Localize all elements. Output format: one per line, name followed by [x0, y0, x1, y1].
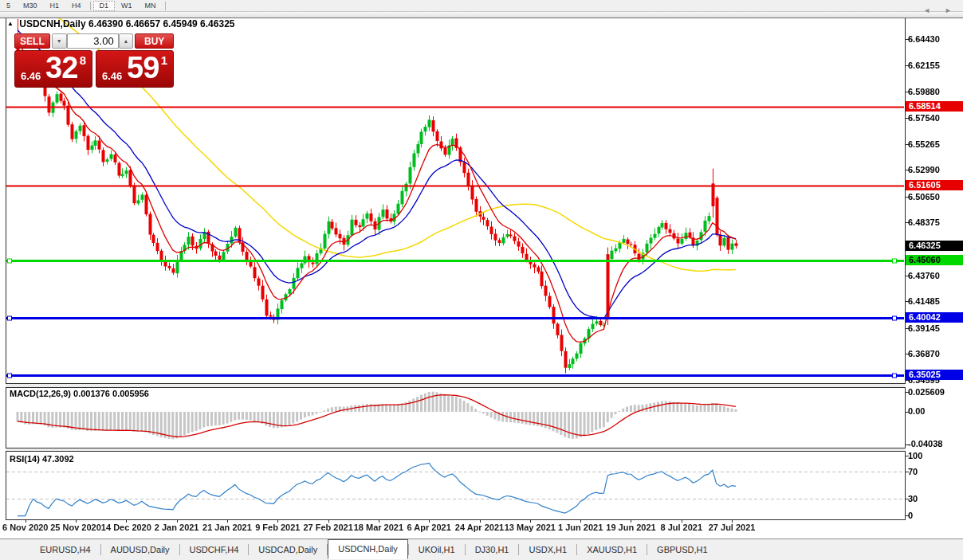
timeframe-toolbar: 5M30H1H4D1W1MN	[0, 0, 963, 12]
chart-tab-xauusd-h1[interactable]: XAUUSD,H1	[577, 542, 647, 558]
chart-tab-usdcnh-daily[interactable]: USDCNH,Daily	[328, 539, 408, 559]
buy-price-big: 59	[127, 51, 159, 85]
price-tick-label: 6.43760	[908, 271, 940, 280]
toolbar-separator	[90, 2, 91, 10]
date-tick-label: 27 Jul 2021	[698, 523, 765, 532]
chart-tab-bar: EURUSD,H4AUDUSD,DailyUSDCHF,H4USDCAD,Dai…	[0, 538, 963, 560]
tab-scroll-right-icon[interactable]: ►	[945, 6, 952, 14]
rsi-tick-label: 70	[908, 467, 918, 476]
price-tick-label: 6.41485	[908, 296, 940, 306]
volume-input[interactable]	[67, 33, 119, 49]
sell-price-prefix: 6.46	[21, 70, 41, 82]
tab-scroll-controls: ◄ ►	[923, 6, 952, 14]
collapse-panel-icon[interactable]: ▲	[7, 20, 14, 27]
tab-scroll-left-icon[interactable]: ◄	[923, 6, 930, 14]
rsi-tick-label: 30	[908, 494, 918, 503]
one-click-trade-panel: SELL ▼ ▲ BUY 6.46 32 8 6.46 59 1	[14, 33, 174, 88]
chart-tab-usdcad-daily[interactable]: USDCAD,Daily	[249, 542, 327, 558]
price-tick-label: 6.64430	[908, 34, 940, 44]
macd-tick-label: 0.025609	[908, 387, 945, 397]
chart-tab-usdchf-h4[interactable]: USDCHF,H4	[180, 542, 249, 558]
timeframe-button-d1[interactable]: D1	[93, 1, 116, 11]
buy-price-button[interactable]: 6.46 59 1	[96, 50, 174, 88]
macd-tick-label: 0.00	[908, 406, 925, 416]
price-tick-label: 6.62155	[908, 61, 940, 70]
price-tick-label: 6.52990	[908, 165, 940, 174]
chart-tab-ukoil-h1[interactable]: UKOil,H1	[409, 542, 465, 558]
buy-button[interactable]: BUY	[135, 33, 174, 49]
chart-tab-dj30-h1[interactable]: DJ30,H1	[466, 542, 519, 558]
buy-price-prefix: 6.46	[102, 70, 122, 82]
price-tick-label: 6.48375	[908, 217, 940, 227]
price-tick-label: 6.50650	[908, 192, 940, 202]
macd-indicator-label: MACD(12,26,9) 0.001376 0.005956	[10, 389, 149, 398]
price-tick-label: 6.39145	[908, 323, 940, 333]
price-tick-label: 6.59880	[908, 87, 940, 96]
level-badge: 6.40042	[906, 312, 963, 323]
mt4-window: 5M30H1H4D1W1MN ▲ USDCNH,Daily 6.46390 6.…	[0, 0, 963, 560]
chart-header: ▲ USDCNH,Daily 6.46390 6.46657 6.45949 6…	[7, 18, 234, 29]
toolbar-separator	[165, 2, 166, 10]
timeframe-button-mn[interactable]: MN	[139, 1, 163, 11]
price-tick-label: 6.55265	[908, 139, 940, 149]
window-top-edge	[0, 11, 963, 18]
macd-tick-label: -0.04038	[908, 439, 942, 448]
timeframe-button-h1[interactable]: H1	[44, 1, 66, 11]
level-badge: 6.58514	[906, 101, 963, 112]
sell-button[interactable]: SELL	[14, 33, 50, 49]
rsi-tick-label: 0	[908, 511, 913, 520]
chart-ohlc-values: 6.46390 6.46657 6.45949 6.46325	[88, 18, 235, 29]
current-price-badge: 6.46325	[906, 241, 963, 251]
price-tick-label: 6.57540	[908, 113, 940, 123]
rsi-tick-label: 100	[908, 451, 922, 460]
price-tick-label: 6.36870	[908, 349, 940, 358]
timeframe-button-h4[interactable]: H4	[65, 1, 88, 11]
volume-up-icon[interactable]: ▲	[119, 33, 134, 49]
timeframe-button-5[interactable]: 5	[0, 1, 17, 11]
sell-price-big: 32	[45, 51, 77, 85]
sell-price-button[interactable]: 6.46 32 8	[14, 50, 92, 88]
level-badge: 6.35025	[906, 370, 963, 380]
chart-tab-gbpusd-h1[interactable]: GBPUSD,H1	[647, 542, 717, 558]
level-badge: 6.45060	[906, 255, 963, 265]
chart-tab-audusd-daily[interactable]: AUDUSD,Daily	[101, 542, 179, 558]
timeframe-button-w1[interactable]: W1	[115, 1, 139, 11]
chart-tab-usdx-h1[interactable]: USDX,H1	[519, 542, 576, 558]
chart-tab-eurusd-h4[interactable]: EURUSD,H4	[30, 542, 100, 558]
buy-price-sup: 1	[161, 53, 167, 67]
rsi-indicator-label: RSI(14) 47.3092	[10, 454, 74, 464]
volume-down-icon[interactable]: ▼	[52, 33, 67, 49]
timeframe-button-m30[interactable]: M30	[17, 1, 44, 11]
level-badge: 6.51605	[906, 180, 963, 190]
sell-price-sup: 8	[80, 53, 86, 67]
chart-symbol-title: USDCNH,Daily	[19, 18, 85, 29]
